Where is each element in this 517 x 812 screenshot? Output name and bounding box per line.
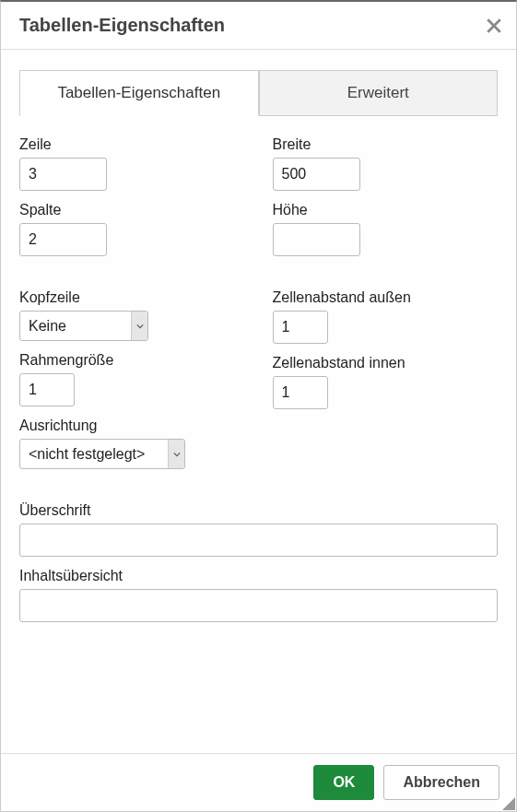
headers-select[interactable]: Keine [19,311,148,341]
form-body: Zeile Spalte Breite Höhe [19,116,498,622]
rows-label: Zeile [19,136,245,153]
cols-label: Spalte [19,202,245,218]
table-properties-dialog: Tabellen-Eigenschaften Tabellen-Eigensch… [0,0,517,812]
summary-input[interactable] [19,589,498,622]
align-label: Ausrichtung [19,418,245,434]
cellspacing-label: Zellenabstand außen [273,289,499,306]
border-input[interactable] [19,373,75,406]
height-input[interactable] [273,223,360,256]
height-label: Höhe [273,202,499,218]
dialog-footer: OK Abbrechen [1,753,516,811]
ok-button[interactable]: OK [313,765,374,800]
caption-label: Überschrift [19,502,498,519]
tab-bar: Tabellen-Eigenschaften Erweitert [19,70,498,116]
cols-input[interactable] [19,223,107,256]
dialog-content: Tabellen-Eigenschaften Erweitert Zeile S… [1,50,516,753]
cellpadding-input[interactable] [273,376,328,409]
cancel-button[interactable]: Abbrechen [383,765,499,800]
summary-label: Inhaltsübersicht [19,568,498,584]
close-button[interactable] [485,17,503,35]
dialog-titlebar: Tabellen-Eigenschaften [1,2,516,50]
cellpadding-label: Zellenabstand innen [273,355,499,371]
dialog-title: Tabellen-Eigenschaften [19,15,225,36]
align-select[interactable]: <nicht festgelegt> [19,439,185,469]
caption-input[interactable] [19,524,498,557]
border-label: Rahmengröße [19,352,245,369]
rows-input[interactable] [19,158,107,191]
resize-grip[interactable] [502,797,515,810]
tab-advanced[interactable]: Erweitert [259,70,499,115]
width-input[interactable] [273,158,360,191]
close-icon [486,18,502,34]
tab-general[interactable]: Tabellen-Eigenschaften [19,70,259,116]
width-label: Breite [273,136,499,153]
cellspacing-input[interactable] [273,311,328,344]
headers-label: Kopfzeile [19,289,245,306]
